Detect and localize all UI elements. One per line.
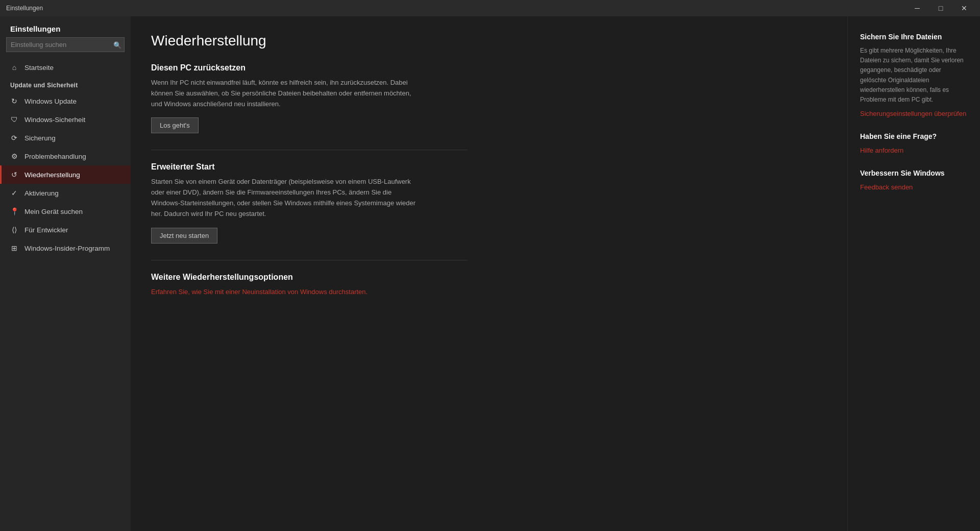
sidebar-item-entwickler-label: Für Entwickler bbox=[24, 226, 68, 234]
search-container: 🔍 bbox=[6, 37, 125, 52]
titlebar-title: Einstellungen bbox=[6, 5, 43, 12]
section-reset-pc: Diesen PC zurücksetzen Wenn Ihr PC nicht… bbox=[151, 63, 827, 133]
sidebar-item-entwickler[interactable]: ⟨⟩Für Entwickler bbox=[0, 221, 131, 239]
sidebar-nav: ↻Windows Update🛡Windows-Sicherheit⟳Siche… bbox=[0, 92, 131, 257]
backup-settings-link[interactable]: Sicherungseinstellungen überprüfen bbox=[860, 110, 966, 117]
reinstall-windows-link[interactable]: Erfahren Sie, wie Sie mit einer Neuinsta… bbox=[151, 288, 368, 296]
aktivierung-icon: ✓ bbox=[10, 189, 18, 197]
wiederherstellung-icon: ↺ bbox=[10, 171, 18, 179]
sidebar-item-problembehandlung[interactable]: ⚙Problembehandlung bbox=[0, 147, 131, 165]
close-button[interactable]: ✕ bbox=[952, 0, 976, 16]
panel-backup-desc: Es gibt mehrere Möglichkeiten, Ihre Date… bbox=[860, 46, 968, 105]
feedback-link[interactable]: Feedback senden bbox=[860, 183, 913, 191]
home-icon: ⌂ bbox=[10, 63, 18, 71]
panel-improve-title: Verbessern Sie Windows bbox=[860, 169, 968, 177]
app-container: Einstellungen 🔍 ⌂ Startseite Update und … bbox=[0, 16, 980, 531]
help-link[interactable]: Hilfe anfordern bbox=[860, 147, 903, 154]
sidebar-item-wiederherstellung[interactable]: ↺Wiederherstellung bbox=[0, 165, 131, 184]
divider-1 bbox=[151, 150, 468, 150]
sidebar-item-windows-sicherheit[interactable]: 🛡Windows-Sicherheit bbox=[0, 110, 131, 129]
sidebar-item-insider-label: Windows-Insider-Programm bbox=[24, 245, 110, 252]
sidebar-item-aktivierung-label: Aktivierung bbox=[24, 189, 59, 197]
search-input[interactable] bbox=[6, 37, 125, 52]
insider-icon: ⊞ bbox=[10, 244, 18, 252]
sidebar-item-problembehandlung-label: Problembehandlung bbox=[24, 153, 86, 160]
titlebar-controls: ─ □ ✕ bbox=[905, 0, 976, 16]
sidebar-item-insider[interactable]: ⊞Windows-Insider-Programm bbox=[0, 239, 131, 257]
entwickler-icon: ⟨⟩ bbox=[10, 226, 18, 234]
search-icon: 🔍 bbox=[113, 41, 121, 49]
sidebar-item-home[interactable]: ⌂ Startseite bbox=[0, 58, 131, 77]
maximize-button[interactable]: □ bbox=[929, 0, 952, 16]
windows-update-icon: ↻ bbox=[10, 97, 18, 105]
sidebar-item-aktivierung[interactable]: ✓Aktivierung bbox=[0, 184, 131, 202]
section-advanced-desc: Starten Sie von einem Gerät oder Datentr… bbox=[151, 177, 416, 219]
section-advanced-title: Erweiterter Start bbox=[151, 162, 827, 172]
windows-sicherheit-icon: 🛡 bbox=[10, 115, 18, 124]
panel-backup-title: Sichern Sie Ihre Dateien bbox=[860, 33, 968, 41]
sidebar-item-mein-geraet[interactable]: 📍Mein Gerät suchen bbox=[0, 202, 131, 221]
minimize-button[interactable]: ─ bbox=[905, 0, 929, 16]
section-more-title: Weitere Wiederherstellungsoptionen bbox=[151, 273, 827, 282]
sidebar-section-title: Update und Sicherheit bbox=[0, 77, 131, 92]
panel-backup: Sichern Sie Ihre Dateien Es gibt mehrere… bbox=[860, 33, 968, 118]
sidebar-item-home-label: Startseite bbox=[24, 64, 54, 71]
section-reset-desc: Wenn Ihr PC nicht einwandfrei läuft, kön… bbox=[151, 78, 416, 109]
restart-now-button[interactable]: Jetzt neu starten bbox=[151, 228, 217, 244]
page-title: Wiederherstellung bbox=[151, 33, 827, 49]
panel-question-title: Haben Sie eine Frage? bbox=[860, 132, 968, 140]
main-content: Wiederherstellung Diesen PC zurücksetzen… bbox=[131, 16, 847, 531]
sidebar-item-windows-update[interactable]: ↻Windows Update bbox=[0, 92, 131, 110]
right-panel: Sichern Sie Ihre Dateien Es gibt mehrere… bbox=[847, 16, 980, 531]
section-reset-title: Diesen PC zurücksetzen bbox=[151, 63, 827, 73]
problembehandlung-icon: ⚙ bbox=[10, 152, 18, 160]
sidebar-item-windows-sicherheit-label: Windows-Sicherheit bbox=[24, 116, 85, 124]
sidebar-item-mein-geraet-label: Mein Gerät suchen bbox=[24, 208, 83, 215]
sidebar-item-wiederherstellung-label: Wiederherstellung bbox=[24, 171, 80, 179]
sidebar-item-sicherung[interactable]: ⟳Sicherung bbox=[0, 129, 131, 147]
sicherung-icon: ⟳ bbox=[10, 134, 18, 142]
sidebar-item-windows-update-label: Windows Update bbox=[24, 98, 77, 105]
reset-pc-button[interactable]: Los geht's bbox=[151, 117, 199, 133]
panel-improve: Verbessern Sie Windows Feedback senden bbox=[860, 169, 968, 191]
sidebar-header: Einstellungen bbox=[0, 16, 131, 37]
section-advanced-start: Erweiterter Start Starten Sie von einem … bbox=[151, 162, 827, 243]
divider-2 bbox=[151, 260, 468, 260]
panel-question: Haben Sie eine Frage? Hilfe anfordern bbox=[860, 132, 968, 155]
titlebar: Einstellungen ─ □ ✕ bbox=[0, 0, 980, 16]
sidebar: Einstellungen 🔍 ⌂ Startseite Update und … bbox=[0, 16, 131, 531]
mein-geraet-icon: 📍 bbox=[10, 207, 18, 215]
section-more-options: Weitere Wiederherstellungsoptionen Erfah… bbox=[151, 273, 827, 296]
sidebar-item-sicherung-label: Sicherung bbox=[24, 134, 56, 142]
